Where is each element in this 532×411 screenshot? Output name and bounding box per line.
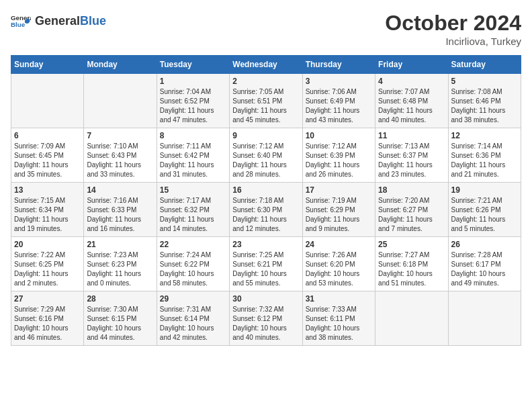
calendar-cell: 1Sunrise: 7:04 AMSunset: 6:52 PMDaylight… bbox=[157, 74, 229, 128]
calendar-cell: 2Sunrise: 7:05 AMSunset: 6:51 PMDaylight… bbox=[230, 74, 302, 128]
calendar-cell: 16Sunrise: 7:18 AMSunset: 6:30 PMDayligh… bbox=[230, 183, 302, 237]
weekday-header-wednesday: Wednesday bbox=[230, 56, 302, 74]
day-info: Sunrise: 7:29 AMSunset: 6:16 PMDaylight:… bbox=[14, 305, 81, 342]
calendar-cell: 28Sunrise: 7:30 AMSunset: 6:15 PMDayligh… bbox=[84, 291, 157, 346]
day-number: 16 bbox=[232, 185, 299, 195]
day-info: Sunrise: 7:31 AMSunset: 6:14 PMDaylight:… bbox=[160, 305, 226, 342]
day-info: Sunrise: 7:11 AMSunset: 6:42 PMDaylight:… bbox=[160, 142, 226, 179]
calendar-week-2: 6Sunrise: 7:09 AMSunset: 6:45 PMDaylight… bbox=[11, 128, 521, 183]
day-info: Sunrise: 7:18 AMSunset: 6:30 PMDaylight:… bbox=[232, 196, 299, 234]
day-info: Sunrise: 7:14 AMSunset: 6:36 PMDaylight:… bbox=[451, 142, 518, 179]
calendar-cell: 31Sunrise: 7:33 AMSunset: 6:11 PMDayligh… bbox=[302, 291, 375, 346]
day-number: 24 bbox=[306, 240, 372, 249]
day-number: 1 bbox=[160, 77, 226, 86]
day-number: 3 bbox=[306, 77, 372, 86]
logo-blue: Blue bbox=[80, 14, 106, 28]
calendar-table: SundayMondayTuesdayWednesdayThursdayFrid… bbox=[11, 55, 521, 346]
day-number: 23 bbox=[232, 240, 299, 249]
calendar-week-1: 1Sunrise: 7:04 AMSunset: 6:52 PMDaylight… bbox=[11, 74, 521, 128]
day-number: 22 bbox=[160, 240, 226, 249]
day-number: 7 bbox=[87, 131, 153, 140]
day-info: Sunrise: 7:15 AMSunset: 6:34 PMDaylight:… bbox=[14, 196, 81, 234]
weekday-header-tuesday: Tuesday bbox=[157, 56, 229, 74]
weekday-header-saturday: Saturday bbox=[448, 56, 521, 74]
day-info: Sunrise: 7:22 AMSunset: 6:25 PMDaylight:… bbox=[14, 250, 81, 288]
day-number: 18 bbox=[378, 185, 445, 195]
calendar-cell: 10Sunrise: 7:12 AMSunset: 6:39 PMDayligh… bbox=[302, 128, 375, 183]
day-info: Sunrise: 7:21 AMSunset: 6:26 PMDaylight:… bbox=[451, 196, 518, 234]
day-number: 14 bbox=[87, 185, 153, 195]
page-header: General Blue GeneralBlue October 2024 In… bbox=[11, 11, 521, 47]
calendar-cell: 11Sunrise: 7:13 AMSunset: 6:37 PMDayligh… bbox=[375, 128, 448, 183]
weekday-header-thursday: Thursday bbox=[302, 56, 375, 74]
calendar-cell: 19Sunrise: 7:21 AMSunset: 6:26 PMDayligh… bbox=[448, 183, 521, 237]
calendar-cell: 17Sunrise: 7:19 AMSunset: 6:29 PMDayligh… bbox=[302, 183, 375, 237]
calendar-cell: 9Sunrise: 7:12 AMSunset: 6:40 PMDaylight… bbox=[230, 128, 302, 183]
calendar-cell: 13Sunrise: 7:15 AMSunset: 6:34 PMDayligh… bbox=[11, 183, 84, 237]
calendar-cell bbox=[375, 291, 448, 346]
calendar-cell: 27Sunrise: 7:29 AMSunset: 6:16 PMDayligh… bbox=[11, 291, 84, 346]
weekday-header-monday: Monday bbox=[84, 56, 157, 74]
day-info: Sunrise: 7:27 AMSunset: 6:18 PMDaylight:… bbox=[378, 250, 445, 288]
calendar-cell: 14Sunrise: 7:16 AMSunset: 6:33 PMDayligh… bbox=[84, 183, 157, 237]
weekday-header-friday: Friday bbox=[375, 56, 448, 74]
day-number: 30 bbox=[232, 294, 299, 304]
title-block: October 2024 Incirliova, Turkey bbox=[385, 11, 521, 47]
calendar-week-3: 13Sunrise: 7:15 AMSunset: 6:34 PMDayligh… bbox=[11, 183, 521, 237]
day-number: 12 bbox=[451, 131, 518, 140]
calendar-cell: 21Sunrise: 7:23 AMSunset: 6:23 PMDayligh… bbox=[84, 237, 157, 291]
calendar-cell: 20Sunrise: 7:22 AMSunset: 6:25 PMDayligh… bbox=[11, 237, 84, 291]
calendar-cell: 7Sunrise: 7:10 AMSunset: 6:43 PMDaylight… bbox=[84, 128, 157, 183]
day-number: 25 bbox=[378, 240, 445, 249]
day-number: 8 bbox=[160, 131, 226, 140]
location-title: Incirliova, Turkey bbox=[385, 36, 521, 47]
day-number: 13 bbox=[14, 185, 81, 195]
day-info: Sunrise: 7:16 AMSunset: 6:33 PMDaylight:… bbox=[87, 196, 153, 234]
day-number: 21 bbox=[87, 240, 153, 249]
calendar-cell bbox=[11, 74, 84, 128]
day-info: Sunrise: 7:17 AMSunset: 6:32 PMDaylight:… bbox=[160, 196, 226, 234]
calendar-cell: 30Sunrise: 7:32 AMSunset: 6:12 PMDayligh… bbox=[230, 291, 302, 346]
day-number: 15 bbox=[160, 185, 226, 195]
day-info: Sunrise: 7:30 AMSunset: 6:15 PMDaylight:… bbox=[87, 305, 153, 342]
calendar-cell: 25Sunrise: 7:27 AMSunset: 6:18 PMDayligh… bbox=[375, 237, 448, 291]
day-info: Sunrise: 7:23 AMSunset: 6:23 PMDaylight:… bbox=[87, 250, 153, 288]
day-number: 20 bbox=[14, 240, 81, 249]
calendar-cell: 5Sunrise: 7:08 AMSunset: 6:46 PMDaylight… bbox=[448, 74, 521, 128]
day-info: Sunrise: 7:26 AMSunset: 6:20 PMDaylight:… bbox=[306, 250, 372, 288]
day-number: 31 bbox=[306, 294, 372, 304]
day-number: 10 bbox=[306, 131, 372, 140]
calendar-cell: 24Sunrise: 7:26 AMSunset: 6:20 PMDayligh… bbox=[302, 237, 375, 291]
day-info: Sunrise: 7:12 AMSunset: 6:39 PMDaylight:… bbox=[306, 142, 372, 179]
day-number: 4 bbox=[378, 77, 445, 86]
day-number: 9 bbox=[232, 131, 299, 140]
calendar-week-5: 27Sunrise: 7:29 AMSunset: 6:16 PMDayligh… bbox=[11, 291, 521, 346]
logo: General Blue GeneralBlue bbox=[11, 11, 106, 31]
day-number: 11 bbox=[378, 131, 445, 140]
day-number: 2 bbox=[232, 77, 299, 86]
weekday-header-sunday: Sunday bbox=[11, 56, 84, 74]
calendar-cell: 18Sunrise: 7:20 AMSunset: 6:27 PMDayligh… bbox=[375, 183, 448, 237]
day-info: Sunrise: 7:06 AMSunset: 6:49 PMDaylight:… bbox=[306, 87, 372, 125]
logo-icon: General Blue bbox=[11, 11, 31, 31]
day-number: 29 bbox=[160, 294, 226, 304]
day-info: Sunrise: 7:13 AMSunset: 6:37 PMDaylight:… bbox=[378, 142, 445, 179]
logo-general: General bbox=[35, 14, 80, 28]
day-info: Sunrise: 7:20 AMSunset: 6:27 PMDaylight:… bbox=[378, 196, 445, 234]
calendar-cell: 6Sunrise: 7:09 AMSunset: 6:45 PMDaylight… bbox=[11, 128, 84, 183]
day-number: 26 bbox=[451, 240, 518, 249]
calendar-cell: 23Sunrise: 7:25 AMSunset: 6:21 PMDayligh… bbox=[230, 237, 302, 291]
svg-text:Blue: Blue bbox=[11, 21, 26, 28]
day-info: Sunrise: 7:32 AMSunset: 6:12 PMDaylight:… bbox=[232, 305, 299, 342]
month-title: October 2024 bbox=[385, 11, 521, 36]
calendar-cell: 12Sunrise: 7:14 AMSunset: 6:36 PMDayligh… bbox=[448, 128, 521, 183]
day-number: 28 bbox=[87, 294, 153, 304]
day-number: 19 bbox=[451, 185, 518, 195]
day-info: Sunrise: 7:07 AMSunset: 6:48 PMDaylight:… bbox=[378, 87, 445, 125]
day-info: Sunrise: 7:24 AMSunset: 6:22 PMDaylight:… bbox=[160, 250, 226, 288]
day-info: Sunrise: 7:19 AMSunset: 6:29 PMDaylight:… bbox=[306, 196, 372, 234]
calendar-cell: 8Sunrise: 7:11 AMSunset: 6:42 PMDaylight… bbox=[157, 128, 229, 183]
day-info: Sunrise: 7:25 AMSunset: 6:21 PMDaylight:… bbox=[232, 250, 299, 288]
calendar-cell: 3Sunrise: 7:06 AMSunset: 6:49 PMDaylight… bbox=[302, 74, 375, 128]
day-info: Sunrise: 7:08 AMSunset: 6:46 PMDaylight:… bbox=[451, 87, 518, 125]
